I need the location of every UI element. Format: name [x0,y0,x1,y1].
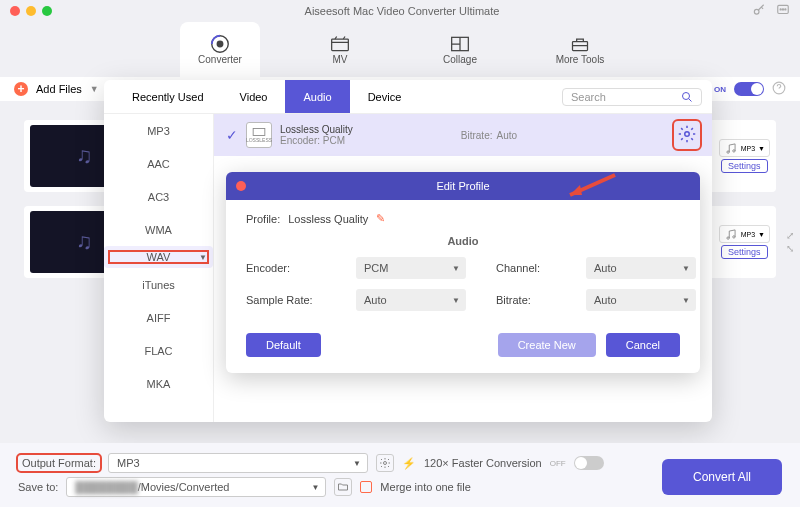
save-to-select[interactable]: ████████ /Movies/Converted [66,477,326,497]
tab-recently-used[interactable]: Recently Used [114,80,222,113]
nav-moretools[interactable]: More Tools [540,22,620,77]
format-mp3[interactable]: MP3 [104,114,213,147]
format-mka[interactable]: MKA [104,367,213,400]
format-aac[interactable]: AAC [104,147,213,180]
maximize-window[interactable] [42,6,52,16]
off-label: OFF [550,459,566,468]
edit-profile-gear[interactable] [674,121,700,149]
samplerate-label: Sample Rate: [246,294,326,306]
svg-point-15 [683,92,690,99]
gear-icon [678,125,696,143]
open-folder-button[interactable] [334,478,352,496]
check-icon: ✓ [226,127,238,143]
close-window[interactable] [10,6,20,16]
format-aiff[interactable]: AIFF [104,301,213,334]
modal-title: Edit Profile [436,180,489,192]
add-files-plus-icon[interactable]: + [14,82,28,96]
toolbox-icon [569,34,591,54]
add-files-label[interactable]: Add Files [36,83,82,95]
format-badge[interactable]: MP3 ▼ [719,225,770,243]
gear-icon [379,457,391,469]
search-icon [681,91,693,103]
music-file-icon [724,142,738,154]
annotation-arrow [560,170,620,200]
merge-label: Merge into one file [380,481,471,493]
format-badge[interactable]: MP3 ▼ [719,139,770,157]
svg-point-4 [785,8,786,9]
format-list: MP3 AAC AC3 WMA WAV iTunes AIFF FLAC MKA [104,114,214,422]
collapse-icon[interactable]: ⤡ [786,243,794,254]
format-thumb-icon: LOSSLESS [246,122,272,148]
cancel-button[interactable]: Cancel [606,333,680,357]
music-note-icon: ♫ [76,229,93,255]
mv-icon [329,34,351,54]
chevron-down-icon[interactable]: ▼ [90,84,99,94]
channel-select[interactable]: Auto [586,257,696,279]
output-format-label: Output Format: [18,455,100,471]
collage-icon [449,34,471,54]
format-wma[interactable]: WMA [104,213,213,246]
edit-pencil-icon[interactable]: ✎ [376,212,385,225]
help-icon[interactable] [772,81,786,97]
svg-point-11 [727,151,729,153]
profile-value: Lossless Quality [288,213,368,225]
converter-icon [209,34,231,54]
section-audio-title: Audio [246,235,680,247]
music-file-icon [724,228,738,240]
window-title: Aiseesoft Mac Video Converter Ultimate [52,5,752,17]
bitrate-label: Bitrate: [496,294,556,306]
profile-label: Profile: [246,213,280,225]
svg-point-12 [732,150,734,152]
svg-rect-16 [253,129,265,136]
settings-gear-square[interactable] [376,454,394,472]
format-wav[interactable]: WAV [104,246,213,268]
svg-point-2 [780,8,781,9]
profile-title: Lossless Quality [280,124,353,135]
save-to-label: Save to: [18,481,58,493]
format-ac3[interactable]: AC3 [104,180,213,213]
tab-video[interactable]: Video [222,80,286,113]
convert-all-button[interactable]: Convert All [662,459,782,495]
encoder-label: Encoder: [246,262,326,274]
bitrate-label: Bitrate: [461,130,493,141]
option-toggle[interactable] [734,82,764,96]
search-input[interactable]: Search [562,88,702,106]
bitrate-value: Auto [497,130,518,141]
chat-icon[interactable] [776,3,790,20]
expand-icon[interactable]: ⤢ [786,230,794,241]
svg-point-6 [217,41,223,47]
tab-audio[interactable]: Audio [285,80,349,113]
music-note-icon: ♫ [76,143,93,169]
default-button[interactable]: Default [246,333,321,357]
svg-point-17 [685,132,690,137]
faster-conversion-label: 120× Faster Conversion [424,457,542,469]
output-format-select[interactable]: MP3 [108,453,368,473]
profile-row[interactable]: ✓ LOSSLESS Lossless Quality Encoder: PCM… [214,114,712,156]
settings-button[interactable]: Settings [721,159,768,173]
settings-button[interactable]: Settings [721,245,768,259]
format-panel: Recently Used Video Audio Device Search … [104,80,712,422]
channel-label: Channel: [496,262,556,274]
merge-checkbox[interactable] [360,481,372,493]
faster-toggle[interactable] [574,456,604,470]
create-new-button[interactable]: Create New [498,333,596,357]
folder-icon [337,481,349,493]
minimize-window[interactable] [26,6,36,16]
svg-point-18 [383,462,386,465]
format-flac[interactable]: FLAC [104,334,213,367]
encoder-select[interactable]: PCM [356,257,466,279]
edit-profile-modal: Edit Profile Profile: Lossless Quality ✎… [226,172,700,373]
bolt-icon: ⚡ [402,457,416,470]
nav-mv[interactable]: MV [300,22,380,77]
nav-converter[interactable]: Converter [180,22,260,77]
key-icon[interactable] [752,3,766,20]
format-itunes[interactable]: iTunes [104,268,213,301]
tab-device[interactable]: Device [350,80,420,113]
svg-rect-7 [332,39,349,51]
svg-point-3 [782,8,783,9]
nav-collage[interactable]: Collage [420,22,500,77]
bitrate-select[interactable]: Auto [586,289,696,311]
on-label: ON [714,85,726,94]
samplerate-select[interactable]: Auto [356,289,466,311]
modal-close[interactable] [236,181,246,191]
